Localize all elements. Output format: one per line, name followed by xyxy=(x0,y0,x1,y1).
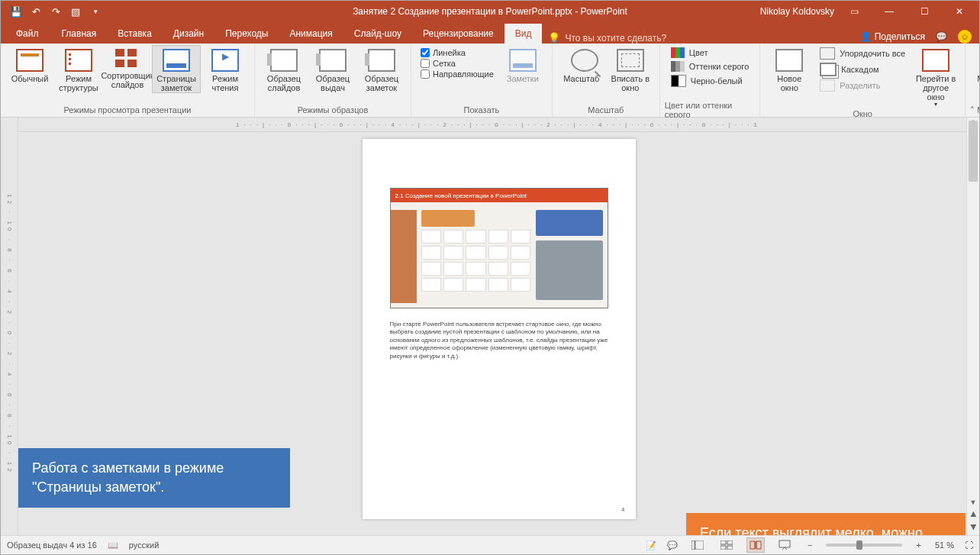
new-window-button[interactable]: Новое окно xyxy=(765,45,814,93)
share-icon: 👤 xyxy=(860,31,872,42)
slide-master-icon xyxy=(270,49,298,72)
tab-design[interactable]: Дизайн xyxy=(163,24,214,44)
user-name[interactable]: Nikolay Koldovsky xyxy=(760,6,834,17)
normal-view-button[interactable]: Обычный xyxy=(5,45,54,84)
next-slide-button[interactable]: ⯆ xyxy=(967,523,979,535)
maximize-button[interactable]: ☐ xyxy=(909,1,940,22)
language-button[interactable]: русский xyxy=(129,540,159,550)
zoom-icon xyxy=(571,49,598,72)
bw-icon xyxy=(671,75,686,87)
zoom-button[interactable]: Масштаб xyxy=(557,45,606,84)
outline-view-button[interactable]: Режим структуры xyxy=(54,45,103,93)
scroll-down-button[interactable]: ▼ xyxy=(967,499,979,511)
slide-thumbnail[interactable]: 2.1 Создание новой презентации в PowerPo… xyxy=(390,188,608,308)
annotation-orange: Если текст выглядит мелко, можно увеличи… xyxy=(686,513,965,535)
title-bar: 💾 ↶ ↷ ▧ ▾ Занятие 2 Создание презентации… xyxy=(1,1,979,22)
spellcheck-icon[interactable]: 📖 xyxy=(108,540,118,550)
arrange-all-button[interactable]: Упорядочить все xyxy=(817,47,908,60)
black-white-button[interactable]: Черно-белый xyxy=(668,74,752,88)
minimize-button[interactable]: — xyxy=(874,1,904,22)
zoom-out-button[interactable]: − xyxy=(804,540,815,550)
split-icon xyxy=(820,79,835,92)
group-master-views: Образец слайдов Образец выдач Образец за… xyxy=(255,44,411,117)
tell-me[interactable]: 💡Что вы хотите сделать? xyxy=(548,32,666,44)
zoom-in-button[interactable]: + xyxy=(913,540,924,550)
tab-slideshow[interactable]: Слайд-шоу xyxy=(343,24,412,44)
handout-master-button[interactable]: Образец выдач xyxy=(308,45,357,93)
svg-rect-4 xyxy=(720,546,726,550)
tab-transitions[interactable]: Переходы xyxy=(214,24,279,44)
svg-rect-5 xyxy=(727,546,733,550)
fit-window-button[interactable]: Вписать в окно xyxy=(606,45,655,93)
notes-page[interactable]: 2.1 Создание новой презентации в PowerPo… xyxy=(363,139,636,519)
workspace: 12 · 10 · 8 · 6 · 4 · 2 · 0 · 2 · 4 · 6 … xyxy=(1,118,979,535)
notes-page-icon xyxy=(163,49,190,72)
group-show: Линейка Сетка Направляющие Заметки Показ… xyxy=(411,44,553,117)
tab-file[interactable]: Файл xyxy=(4,24,51,44)
redo-button[interactable]: ↷ xyxy=(47,2,65,21)
group-zoom: Масштаб Вписать в окно Масштаб xyxy=(553,44,660,117)
comments-icon[interactable]: 💬 xyxy=(936,31,947,42)
group-label: Показать xyxy=(416,103,547,117)
slide-body xyxy=(391,202,608,308)
tab-view[interactable]: Вид xyxy=(505,24,543,44)
slide-sorter-button[interactable]: Сортировщик слайдов xyxy=(103,45,152,90)
group-color-grayscale: Цвет Оттенки серого Черно-белый Цвет или… xyxy=(660,44,760,117)
zoom-slider-handle[interactable] xyxy=(856,540,862,550)
normal-view-icon xyxy=(16,49,44,72)
undo-button[interactable]: ↶ xyxy=(27,2,45,21)
guides-checkbox[interactable]: Направляющие xyxy=(421,69,494,79)
tab-review[interactable]: Рецензирование xyxy=(412,24,505,44)
group-label: Режимы образцов xyxy=(260,103,406,117)
annotation-blue: Работа с заметками в режиме "Страницы за… xyxy=(18,448,290,508)
fit-to-window-status-button[interactable]: ⛶ xyxy=(965,540,973,550)
slide-counter[interactable]: Образец выдач 4 из 16 xyxy=(7,540,97,550)
tab-animations[interactable]: Анимация xyxy=(279,24,343,44)
notes-master-icon xyxy=(368,49,395,72)
color-button[interactable]: Цвет xyxy=(668,47,752,59)
grayscale-button[interactable]: Оттенки серого xyxy=(668,60,752,73)
group-presentation-views: Обычный Режим структуры Сортировщик слай… xyxy=(1,44,255,117)
comments-toggle-button[interactable]: 💬 xyxy=(667,540,678,550)
tab-insert[interactable]: Вставка xyxy=(107,24,163,44)
share-button[interactable]: 👤Поделиться xyxy=(860,31,925,42)
gridlines-checkbox[interactable]: Сетка xyxy=(421,59,494,68)
notes-page-button[interactable]: Страницы заметок xyxy=(152,45,201,93)
split-button: Разделить xyxy=(817,79,908,92)
scroll-thumb[interactable] xyxy=(969,121,978,182)
tab-home[interactable]: Главная xyxy=(51,24,108,44)
notes-master-button[interactable]: Образец заметок xyxy=(357,45,406,93)
slide-master-button[interactable]: Образец слайдов xyxy=(260,45,308,93)
canvas[interactable]: 1···|···8···|···6···|···4···|···2···|···… xyxy=(18,118,979,535)
svg-rect-2 xyxy=(720,540,726,544)
sorter-view-status-button[interactable] xyxy=(717,537,736,553)
ribbon-tabs: Файл Главная Вставка Дизайн Переходы Ани… xyxy=(1,22,979,44)
feedback-icon[interactable]: ☺ xyxy=(958,30,972,44)
prev-slide-button[interactable]: ⯅ xyxy=(967,511,979,523)
vertical-scrollbar[interactable]: ▲ ▼ ⯅ ⯆ xyxy=(966,118,979,535)
macros-button[interactable]: Макросы xyxy=(970,45,980,84)
notes-text[interactable]: При старте PowerPoint пользователя встре… xyxy=(390,321,608,360)
reading-view-status-button[interactable] xyxy=(746,537,765,553)
cascade-button[interactable]: Каскадом xyxy=(817,62,908,77)
svg-rect-0 xyxy=(691,540,695,550)
group-label: Цвет или оттенки серого xyxy=(665,103,755,117)
save-button[interactable]: 💾 xyxy=(7,2,25,21)
collapse-ribbon-button[interactable]: ˄ xyxy=(970,105,975,115)
slideshow-status-button[interactable] xyxy=(775,537,794,553)
slideshow-button[interactable]: ▧ xyxy=(66,2,85,21)
zoom-slider[interactable] xyxy=(826,544,902,547)
notes-icon xyxy=(509,49,537,72)
reading-view-button[interactable]: Режим чтения xyxy=(201,45,250,93)
group-window: Новое окно Упорядочить все Каскадом Разд… xyxy=(760,44,965,117)
qat-more-button[interactable]: ▾ xyxy=(86,2,105,21)
ruler-checkbox[interactable]: Линейка xyxy=(421,48,494,57)
handout-master-icon xyxy=(319,49,347,72)
ribbon-options-button[interactable]: ▭ xyxy=(839,1,869,22)
normal-view-status-button[interactable] xyxy=(688,537,707,553)
zoom-level[interactable]: 51 % xyxy=(935,540,954,550)
horizontal-ruler: 1···|···8···|···6···|···4···|···2···|···… xyxy=(18,118,979,132)
notes-toggle-button[interactable]: 📝 xyxy=(646,540,656,550)
switch-windows-button[interactable]: Перейти в другое окно▾ xyxy=(911,45,960,109)
close-button[interactable]: ✕ xyxy=(944,1,975,22)
